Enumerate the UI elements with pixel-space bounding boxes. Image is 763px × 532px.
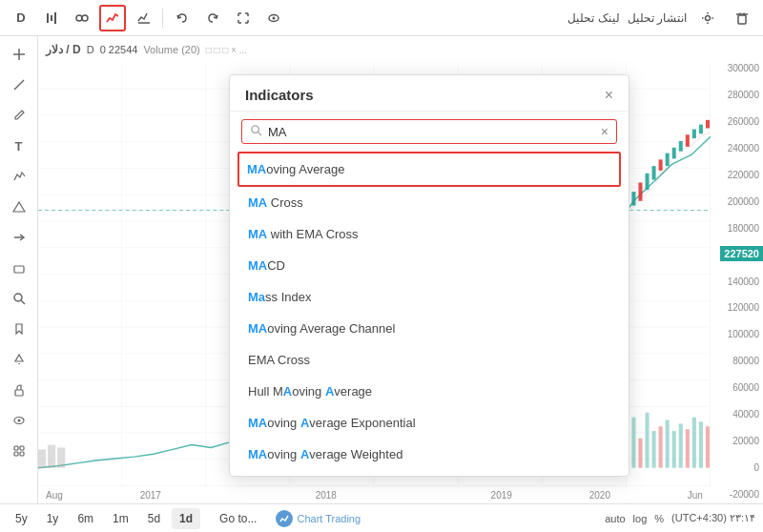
svg-rect-46 (699, 125, 703, 134)
timeframe-5y-btn[interactable]: 5y (8, 508, 35, 529)
redo-icon[interactable] (199, 5, 226, 31)
search-clear-button[interactable]: × (601, 124, 608, 139)
search-input[interactable] (268, 125, 595, 139)
compare-icon[interactable] (69, 5, 95, 31)
undo-icon[interactable] (169, 5, 196, 31)
svg-line-15 (14, 80, 24, 90)
indicator-item-ma-weighted[interactable]: MAoving Average Weighted (230, 439, 629, 470)
crosshair-tool[interactable] (5, 40, 33, 69)
svg-rect-65 (699, 421, 703, 467)
indicator-item-moving-average[interactable]: MAoving Average (237, 152, 621, 187)
indicator-item-ma-exp[interactable]: MAoving Average Exponential (230, 407, 629, 439)
svg-rect-42 (672, 148, 676, 159)
timeframe-6m-btn[interactable]: 6m (70, 508, 101, 529)
indicator-item-arnaud[interactable]: Arnaud Legoux MAoving Average (230, 470, 629, 476)
log-btn[interactable]: log (633, 513, 648, 524)
svg-rect-22 (15, 390, 23, 396)
y-axis: 300000 280000 260000 240000 220000 20000… (711, 36, 763, 503)
svg-point-7 (273, 16, 276, 19)
trendline-tool[interactable] (5, 71, 33, 99)
indicator-item-ma-cross[interactable]: MA Cross (230, 187, 629, 218)
svg-rect-49 (48, 445, 55, 468)
text-tool[interactable]: T (5, 132, 33, 160)
auto-btn[interactable]: auto (605, 513, 625, 524)
indicator-item-ma-ema-cross[interactable]: MA with EMA Cross (230, 218, 629, 250)
timeframe-1y-btn[interactable]: 1y (39, 508, 67, 529)
zoom-tool[interactable] (5, 284, 33, 313)
current-price-badge: 227520 (720, 246, 763, 261)
svg-point-3 (76, 15, 82, 21)
indicators-modal: Indicators × × MAoving Average (229, 74, 629, 477)
svg-rect-2 (54, 12, 56, 24)
lock-tool[interactable] (5, 376, 33, 404)
alert-tool[interactable] (5, 345, 33, 374)
svg-rect-25 (14, 446, 18, 450)
share-analysis-btn[interactable]: انتشار تحلیل (628, 11, 687, 25)
bottom-right: ۲۳:۱۴ (UTC+4:30) % log auto (605, 512, 755, 524)
svg-rect-41 (666, 153, 670, 167)
svg-line-20 (21, 300, 25, 304)
timeframe-1d-btn[interactable]: 1d (172, 508, 200, 529)
svg-rect-27 (14, 452, 18, 456)
goto-btn[interactable]: Go to... (212, 508, 264, 529)
svg-rect-28 (20, 452, 24, 456)
indicator-item-hull-ma[interactable]: Hull MAoving Average (230, 376, 629, 407)
svg-rect-38 (646, 174, 650, 190)
svg-rect-43 (679, 141, 683, 152)
main-layout: T دل (0, 36, 763, 503)
eye-tool[interactable] (5, 406, 33, 435)
trash-icon[interactable] (729, 5, 755, 31)
ohlc-display: 0 22544 (100, 44, 138, 55)
left-sidebar: T (0, 36, 38, 503)
svg-rect-39 (652, 166, 656, 179)
svg-rect-40 (659, 159, 663, 171)
settings-icon[interactable] (694, 5, 721, 31)
svg-rect-1 (51, 15, 52, 21)
bookmark-tool[interactable] (5, 315, 33, 343)
timeframe-1m-btn[interactable]: 1m (105, 508, 136, 529)
modal-close-button[interactable]: × (605, 88, 613, 103)
modal-header: Indicators × (230, 75, 629, 112)
chart-trading-label: Chart Trading (297, 513, 361, 524)
percent-btn[interactable]: % (654, 513, 664, 524)
bar-type-icon[interactable] (38, 5, 65, 31)
shapes-tool[interactable] (5, 193, 33, 221)
chart-area[interactable]: دلار / D D 0 22544 Volume (20) □ □ □ × .… (38, 36, 763, 503)
svg-point-12 (706, 15, 711, 20)
svg-point-19 (14, 294, 22, 301)
svg-rect-61 (672, 431, 676, 468)
symbol-display: دلار / D (46, 43, 81, 56)
x-axis: Aug 2017 2018 2019 2020 Jun (38, 486, 711, 503)
search-icon (250, 124, 262, 139)
pen-tool[interactable] (5, 101, 33, 130)
modal-title: Indicators (245, 87, 314, 103)
svg-rect-48 (38, 449, 46, 467)
time-display: ۲۳:۱۴ (UTC+4:30) (671, 512, 755, 524)
svg-rect-36 (631, 192, 635, 205)
eraser-tool[interactable] (5, 254, 33, 282)
timeframe-5d-btn[interactable]: 5d (140, 508, 168, 529)
bar-replay-icon[interactable] (130, 5, 156, 31)
indicator-item-macd[interactable]: MACD (230, 250, 629, 281)
hide-drawings-icon[interactable] (260, 5, 287, 31)
symbol-icon[interactable]: D (8, 5, 34, 31)
indicator-item-ma-channel[interactable]: MAoving Average Channel (230, 313, 629, 344)
search-box[interactable]: × (241, 119, 617, 144)
svg-rect-0 (47, 13, 49, 23)
svg-rect-60 (666, 420, 670, 468)
indicator-list: MAoving Average MA Cross MA with EMA Cro… (230, 152, 629, 476)
volume-display: Volume (20) (143, 44, 199, 55)
chart-trading-logo: Chart Trading (276, 510, 361, 527)
toolbar-right: انتشار تحلیل لینک تحلیل (567, 5, 755, 31)
fullscreen-icon[interactable] (230, 5, 257, 31)
indicator-item-mass-index[interactable]: Mass Index (230, 281, 629, 313)
pattern-tool[interactable] (5, 162, 33, 191)
svg-rect-56 (638, 439, 642, 468)
arrow-tool[interactable] (5, 223, 33, 252)
indicator-highlight: M (247, 162, 258, 176)
analysis-link-btn[interactable]: لینک تحلیل (567, 11, 619, 25)
svg-marker-16 (13, 202, 25, 212)
indicators-icon[interactable] (99, 5, 126, 31)
indicator-item-ema-cross[interactable]: EMA Cross (230, 344, 629, 376)
more-tools[interactable] (5, 437, 33, 465)
